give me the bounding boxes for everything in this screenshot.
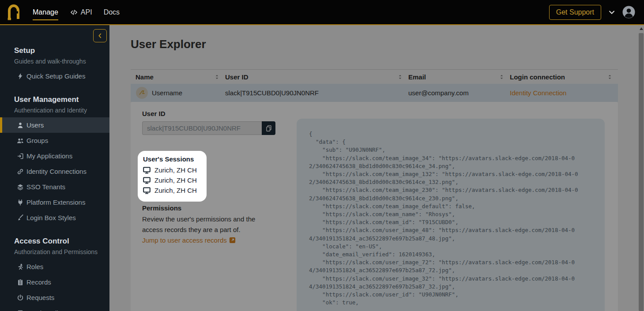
chevron-left-icon bbox=[97, 33, 103, 39]
section-subtitle: Authentication and Identity bbox=[14, 106, 109, 114]
monitor-icon bbox=[143, 167, 151, 174]
sidebar-item-label: Quick Setup Guides bbox=[26, 72, 85, 80]
sidebar-item-label: SSO Tenants bbox=[26, 183, 65, 191]
session-location: Zurich, ZH CH bbox=[154, 187, 197, 194]
top-navbar: Manage API Docs Get Support bbox=[0, 0, 644, 25]
nav-tab-api[interactable]: API bbox=[70, 8, 92, 16]
sidebar-item-users[interactable]: Users bbox=[0, 117, 109, 133]
user-icon bbox=[17, 122, 24, 129]
brush-icon bbox=[17, 214, 24, 221]
sidebar-item-label: Groups bbox=[26, 137, 48, 144]
monitor-icon bbox=[143, 187, 151, 194]
session-item: Zurich, ZH CH bbox=[143, 166, 201, 174]
app-page: Manage API Docs Get Support bbox=[0, 0, 644, 311]
sidebar-item-label: Platform Extensions bbox=[26, 199, 85, 206]
clipboard-icon bbox=[17, 279, 24, 286]
sidebar-item-label: Login Box Styles bbox=[26, 214, 76, 221]
nav-tab-manage[interactable]: Manage bbox=[33, 8, 58, 16]
sign-in-icon bbox=[17, 153, 24, 160]
sidebar-item-label: Requests bbox=[26, 294, 54, 301]
sidebar-item-service-clients[interactable]: Service Clients bbox=[0, 305, 109, 311]
user-avatar-icon[interactable] bbox=[622, 6, 635, 19]
code-icon bbox=[70, 9, 78, 16]
active-tab-underline bbox=[33, 19, 58, 20]
session-item: Zurich, ZH CH bbox=[143, 176, 201, 184]
sidebar-item-sso-tenants[interactable]: SSO Tenants bbox=[0, 179, 109, 195]
section-title: Setup bbox=[14, 45, 109, 56]
sidebar-item-label: Service Clients bbox=[26, 309, 71, 311]
sidebar-item-label: My Applications bbox=[26, 152, 72, 160]
runner-icon bbox=[17, 263, 24, 270]
section-subtitle: Guides and walk-throughs bbox=[14, 57, 109, 65]
section-subtitle: Authorization and Permissions bbox=[14, 248, 109, 256]
monitor-icon bbox=[143, 177, 151, 184]
sidebar-item-roles[interactable]: Roles bbox=[0, 259, 109, 274]
sidebar-item-login-box-styles[interactable]: Login Box Styles bbox=[0, 210, 109, 225]
sidebar: Setup Guides and walk-throughs Quick Set… bbox=[0, 25, 109, 311]
sidebar-item-records[interactable]: Records bbox=[0, 274, 109, 290]
nav-tab-docs[interactable]: Docs bbox=[104, 8, 120, 16]
sidebar-section-access-control: Access Control Authorization and Permiss… bbox=[0, 236, 109, 311]
sidebar-item-label: Identity Connections bbox=[26, 168, 87, 175]
sidebar-item-requests[interactable]: Requests bbox=[0, 290, 109, 305]
sidebar-item-label: Users bbox=[26, 121, 44, 129]
nav-tab-docs-label: Docs bbox=[104, 8, 120, 16]
sidebar-item-groups[interactable]: Groups bbox=[0, 133, 109, 148]
navbar-left: Manage API Docs bbox=[0, 4, 120, 21]
sidebar-item-my-applications[interactable]: My Applications bbox=[0, 148, 109, 164]
sidebar-item-label: Records bbox=[26, 278, 51, 286]
power-icon bbox=[17, 294, 24, 301]
sidebar-item-label: Roles bbox=[26, 263, 43, 270]
users-icon bbox=[17, 137, 24, 144]
nav-tab-manage-label: Manage bbox=[33, 8, 58, 16]
sidebar-section-user-management: User Management Authentication and Ident… bbox=[0, 94, 109, 225]
database-icon bbox=[17, 310, 24, 311]
link-icon bbox=[17, 168, 24, 175]
bolt-icon bbox=[17, 73, 24, 80]
sidebar-collapse-button[interactable] bbox=[93, 29, 107, 42]
section-title: Access Control bbox=[14, 236, 109, 247]
sidebar-item-identity-connections[interactable]: Identity Connections bbox=[0, 164, 109, 179]
sidebar-item-quick-setup-guides[interactable]: Quick Setup Guides bbox=[0, 68, 109, 84]
brand-logo-icon[interactable] bbox=[6, 4, 21, 21]
session-location: Zurich, ZH CH bbox=[154, 176, 197, 184]
layers-icon bbox=[17, 184, 24, 191]
session-item: Zurich, ZH CH bbox=[143, 187, 201, 194]
plug-icon bbox=[17, 199, 24, 206]
sidebar-section-setup: Setup Guides and walk-throughs Quick Set… bbox=[0, 45, 109, 84]
session-location: Zurich, ZH CH bbox=[154, 166, 197, 174]
user-sessions-spotlight: User's Sessions Zurich, ZH CH Zurich, ZH… bbox=[138, 151, 207, 202]
nav-tab-api-label: API bbox=[81, 8, 92, 16]
user-sessions-title: User's Sessions bbox=[143, 155, 201, 164]
sidebar-item-platform-extensions[interactable]: Platform Extensions bbox=[0, 195, 109, 210]
get-support-button[interactable]: Get Support bbox=[549, 5, 601, 20]
section-title: User Management bbox=[14, 94, 109, 105]
navbar-right: Get Support bbox=[549, 5, 644, 20]
chevron-down-icon[interactable] bbox=[608, 9, 615, 16]
